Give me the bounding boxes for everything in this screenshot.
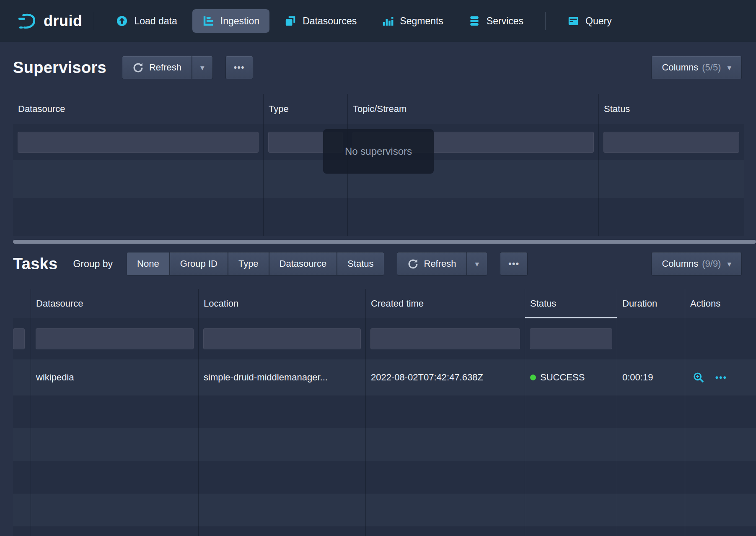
supervisors-table-header: Datasource Type Topic/Stream Status	[13, 94, 744, 124]
group-by-datasource-button[interactable]: Datasource	[269, 252, 337, 276]
empty-table-row	[13, 494, 756, 526]
created-time-filter-input[interactable]	[370, 328, 520, 349]
group-by-group-id-button[interactable]: Group ID	[170, 252, 228, 276]
column-header-actions[interactable]: Actions	[685, 289, 756, 318]
datasource-filter-input[interactable]	[36, 328, 194, 349]
supervisors-table: Datasource Type Topic/Stream Status No s…	[13, 94, 744, 236]
empty-table-row	[13, 526, 756, 536]
columns-count: (9/9)	[702, 258, 721, 269]
magnifier-plus-icon[interactable]	[693, 372, 704, 383]
table-cell	[599, 198, 744, 236]
nav-item-label: Datasources	[303, 16, 357, 27]
table-cell	[617, 318, 685, 359]
column-header-status[interactable]: Status	[525, 289, 617, 318]
task-row[interactable]: wikipedia simple-druid-middlemanager... …	[13, 359, 756, 395]
segments-icon	[382, 15, 394, 27]
nav-item-segments[interactable]: Segments	[372, 9, 453, 33]
group-by-option-label: Type	[238, 258, 259, 269]
column-header-duration[interactable]: Duration	[617, 289, 685, 318]
supervisors-refresh-dropdown-button[interactable]: ▾	[192, 56, 213, 79]
table-cell	[617, 428, 685, 461]
tasks-refresh-dropdown-button[interactable]: ▾	[467, 252, 488, 276]
columns-label: Columns	[662, 62, 698, 73]
table-cell	[685, 395, 756, 428]
location-cell: simple-druid-middlemanager...	[199, 359, 366, 395]
refresh-icon	[407, 258, 419, 270]
supervisors-columns-button[interactable]: Columns (5/5) ▾	[651, 56, 742, 79]
row-more-icon[interactable]: •••	[715, 372, 727, 382]
table-cell	[199, 461, 366, 494]
table-cell	[31, 526, 199, 536]
index-filter-input[interactable]	[13, 328, 25, 349]
table-cell	[31, 428, 199, 461]
actions-cell: •••	[685, 359, 756, 395]
horizontal-scrollbar[interactable]	[13, 240, 756, 244]
status-filter-input[interactable]	[603, 132, 739, 153]
nav-item-datasources[interactable]: Datasources	[274, 9, 367, 33]
datasource-filter-input[interactable]	[18, 132, 259, 153]
column-header-datasource[interactable]: Datasource	[13, 94, 264, 124]
table-cell	[199, 318, 366, 359]
table-cell	[13, 160, 264, 198]
tasks-table-header: Datasource Location Created time Status …	[13, 289, 756, 318]
table-cell	[31, 395, 199, 428]
more-icon: •••	[234, 62, 245, 73]
column-header-status[interactable]: Status	[599, 94, 744, 124]
refresh-icon	[132, 62, 144, 73]
table-cell	[366, 461, 525, 494]
table-cell	[525, 526, 617, 536]
nav-item-label: Services	[487, 16, 523, 27]
empty-table-row	[13, 395, 756, 428]
column-header-topic-stream[interactable]: Topic/Stream	[348, 94, 599, 124]
tasks-refresh-button[interactable]: Refresh	[397, 252, 467, 276]
column-header-datasource[interactable]: Datasource	[31, 289, 199, 318]
table-cell	[525, 428, 617, 461]
table-cell	[348, 198, 599, 236]
table-cell	[31, 318, 199, 359]
tasks-columns-button[interactable]: Columns (9/9) ▾	[651, 252, 742, 276]
column-header-type[interactable]: Type	[264, 94, 348, 124]
nav-item-label: Query	[585, 16, 612, 27]
table-cell	[13, 318, 31, 359]
table-cell	[13, 395, 31, 428]
status-cell: SUCCESS	[525, 359, 617, 395]
brand-name: druid	[44, 12, 82, 30]
table-cell	[31, 494, 199, 526]
table-cell	[525, 494, 617, 526]
table-cell	[264, 198, 348, 236]
supervisors-refresh-button[interactable]: Refresh	[122, 56, 192, 79]
location-filter-input[interactable]	[203, 328, 361, 349]
tasks-more-button[interactable]: •••	[500, 252, 528, 276]
table-cell	[525, 395, 617, 428]
brand: druid	[18, 11, 82, 31]
supervisors-more-button[interactable]: •••	[225, 56, 253, 79]
group-by-option-label: None	[137, 258, 159, 269]
group-by-option-label: Status	[347, 258, 373, 269]
table-cell	[31, 461, 199, 494]
columns-count: (5/5)	[702, 62, 721, 73]
table-cell	[13, 198, 264, 236]
group-by-type-button[interactable]: Type	[228, 252, 269, 276]
table-cell	[599, 160, 744, 198]
nav-item-ingestion[interactable]: Ingestion	[192, 9, 269, 33]
group-by-status-button[interactable]: Status	[337, 252, 384, 276]
tasks-filter-row	[13, 318, 756, 359]
nav-item-query[interactable]: Query	[557, 9, 622, 33]
table-cell	[13, 428, 31, 461]
empty-table-row	[13, 461, 756, 494]
column-header-created-time[interactable]: Created time	[366, 289, 525, 318]
nav-item-load-data[interactable]: Load data	[106, 9, 187, 33]
caret-down-icon: ▾	[200, 63, 205, 73]
group-by-none-button[interactable]: None	[127, 252, 170, 276]
nav-item-label: Ingestion	[220, 16, 259, 27]
navbar-divider	[545, 12, 546, 30]
nav-item-services[interactable]: Services	[458, 9, 533, 33]
caret-down-icon: ▾	[475, 259, 479, 269]
datasource-cell: wikipedia	[31, 359, 199, 395]
success-dot-icon	[530, 375, 536, 380]
table-cell	[599, 124, 744, 160]
column-header-location[interactable]: Location	[199, 289, 366, 318]
datasources-icon	[285, 15, 296, 27]
navbar-divider	[94, 12, 94, 30]
status-filter-input[interactable]	[530, 328, 612, 349]
